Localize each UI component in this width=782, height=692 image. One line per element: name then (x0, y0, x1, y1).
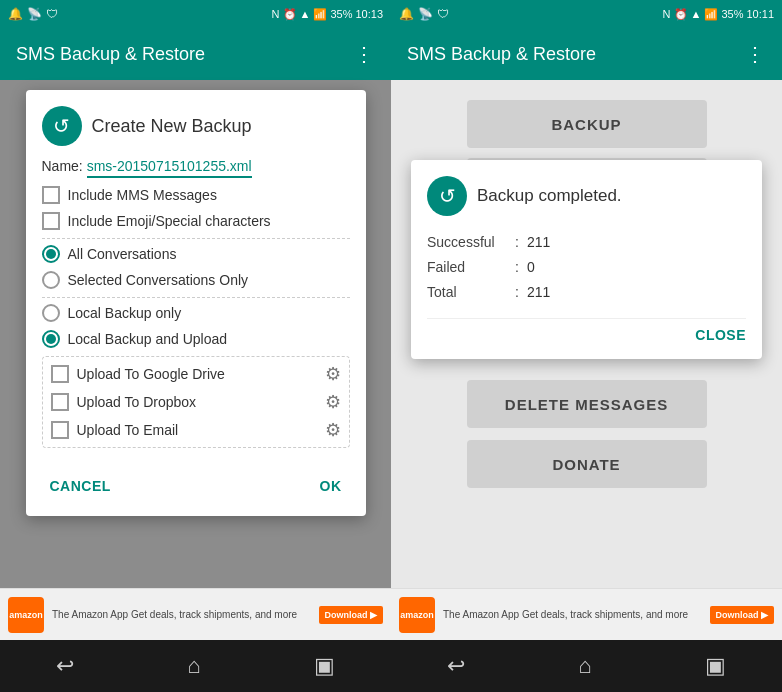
upload-section: Upload To Google Drive ⚙ Upload To Dropb… (42, 356, 350, 448)
right-ad-download-button[interactable]: Download ▶ (710, 606, 775, 624)
failed-stat-row: Failed : 0 (427, 255, 746, 280)
upload-gdrive-checkbox[interactable] (51, 365, 69, 383)
gdrive-settings-icon[interactable]: ⚙ (325, 363, 341, 385)
left-ad-text: The Amazon App Get deals, track shipment… (52, 609, 311, 620)
right-status-right: N ⏰ ▲ 📶 35% 10:11 (663, 8, 774, 21)
right-nfc-icon: N (663, 8, 671, 20)
left-nav-bar: ↩ ⌂ ▣ (0, 640, 391, 692)
backup-dialog-icon: ↺ (42, 106, 82, 146)
delete-btn-area: DELETE MESSAGES (467, 380, 707, 428)
battery-text: 35% (330, 8, 352, 20)
upload-email-left: Upload To Email (51, 421, 179, 439)
donate-button[interactable]: DONATE (467, 440, 707, 488)
upload-dropbox-checkbox[interactable] (51, 393, 69, 411)
right-phone-panel: 🔔 📡 🛡 N ⏰ ▲ 📶 35% 10:11 SMS Backup & Res… (391, 0, 782, 692)
recent-button[interactable]: ▣ (314, 653, 335, 679)
email-settings-icon[interactable]: ⚙ (325, 419, 341, 441)
left-ad-download-button[interactable]: Download ▶ (319, 606, 384, 624)
dialog-header: ↺ Create New Backup (42, 106, 350, 146)
total-colon: : (515, 280, 519, 305)
right-nav-bar: ↩ ⌂ ▣ (391, 640, 782, 692)
upload-dropbox-row[interactable]: Upload To Dropbox ⚙ (51, 391, 341, 413)
local-only-radio[interactable] (42, 304, 60, 322)
cancel-button[interactable]: CANCEL (42, 472, 119, 500)
wifi-icon: ▲ (300, 8, 311, 20)
local-upload-option[interactable]: Local Backup and Upload (42, 330, 350, 348)
donate-btn-area: DONATE (467, 440, 707, 488)
right-app-bar: SMS Backup & Restore ⋮ (391, 28, 782, 80)
right-home-button[interactable]: ⌂ (578, 653, 591, 679)
backup-name-row: Name: sms-20150715101255.xml (42, 158, 350, 174)
backup-button[interactable]: BACKUP (467, 100, 707, 148)
dropbox-settings-icon[interactable]: ⚙ (325, 391, 341, 413)
right-shield-icon: 🛡 (437, 7, 449, 21)
right-amazon-logo: amazon (400, 610, 434, 620)
include-mms-label: Include MMS Messages (68, 187, 217, 203)
dialog-actions: CANCEL OK (42, 464, 350, 500)
home-button[interactable]: ⌂ (187, 653, 200, 679)
backup-dialog-actions: CLOSE (427, 318, 746, 343)
failed-label: Failed (427, 255, 507, 280)
ok-button[interactable]: OK (312, 472, 350, 500)
backup-completed-title: Backup completed. (477, 186, 622, 206)
right-ad-text: The Amazon App Get deals, track shipment… (443, 609, 702, 620)
right-menu-button[interactable]: ⋮ (745, 42, 766, 66)
nfc-icon: N (272, 8, 280, 20)
local-upload-radio[interactable] (42, 330, 60, 348)
backup-completed-header: ↺ Backup completed. (427, 176, 746, 216)
right-ad-banner: amazon The Amazon App Get deals, track s… (391, 588, 782, 640)
backup-completed-icon-symbol: ↺ (439, 184, 456, 208)
all-conversations-radio[interactable] (42, 245, 60, 263)
backup-completed-icon: ↺ (427, 176, 467, 216)
successful-stat-row: Successful : 211 (427, 230, 746, 255)
all-conversations-option[interactable]: All Conversations (42, 245, 350, 263)
dialog-overlay: ↺ Create New Backup Name: sms-2015071510… (0, 80, 391, 588)
local-only-option[interactable]: Local Backup only (42, 304, 350, 322)
selected-conversations-option[interactable]: Selected Conversations Only (42, 271, 350, 289)
radio-inner-upload-filled (46, 334, 56, 344)
right-status-bar: 🔔 📡 🛡 N ⏰ ▲ 📶 35% 10:11 (391, 0, 782, 28)
left-main-content: ↺ Create New Backup Name: sms-2015071510… (0, 80, 391, 588)
local-only-label: Local Backup only (68, 305, 182, 321)
right-recent-button[interactable]: ▣ (705, 653, 726, 679)
include-emoji-option[interactable]: Include Emoji/Special characters (42, 212, 350, 230)
selected-conversations-label: Selected Conversations Only (68, 272, 249, 288)
upload-google-drive-row[interactable]: Upload To Google Drive ⚙ (51, 363, 341, 385)
include-mms-checkbox[interactable] (42, 186, 60, 204)
upload-email-row[interactable]: Upload To Email ⚙ (51, 419, 341, 441)
selected-conversations-radio[interactable] (42, 271, 60, 289)
close-button[interactable]: CLOSE (695, 327, 746, 343)
right-time-display: 10:11 (746, 8, 774, 20)
upload-gdrive-label: Upload To Google Drive (77, 366, 225, 382)
upload-dropbox-left: Upload To Dropbox (51, 393, 197, 411)
upload-google-drive-left: Upload To Google Drive (51, 365, 225, 383)
include-emoji-checkbox[interactable] (42, 212, 60, 230)
right-wifi-icon: ▲ (691, 8, 702, 20)
include-mms-option[interactable]: Include MMS Messages (42, 186, 350, 204)
create-backup-dialog: ↺ Create New Backup Name: sms-2015071510… (26, 90, 366, 516)
right-back-button[interactable]: ↩ (447, 653, 465, 679)
left-ad-logo: amazon (8, 597, 44, 633)
upload-email-label: Upload To Email (77, 422, 179, 438)
backup-icon-symbol: ↺ (53, 114, 70, 138)
back-button[interactable]: ↩ (56, 653, 74, 679)
local-upload-label: Local Backup and Upload (68, 331, 228, 347)
backup-stats: Successful : 211 Failed : 0 Total : 211 (427, 230, 746, 306)
amazon-logo-text: amazon (9, 610, 43, 620)
right-signal-icon: 📶 (704, 8, 718, 21)
delete-messages-button[interactable]: DELETE MESSAGES (467, 380, 707, 428)
right-ad-logo: amazon (399, 597, 435, 633)
right-app-title: SMS Backup & Restore (407, 44, 745, 65)
upload-email-checkbox[interactable] (51, 421, 69, 439)
dialog-title: Create New Backup (92, 116, 252, 137)
upload-dropbox-label: Upload To Dropbox (77, 394, 197, 410)
right-status-left: 🔔 📡 🛡 (399, 7, 449, 21)
left-menu-button[interactable]: ⋮ (354, 42, 375, 66)
right-main-content: BACKUP RESTORE ↺ Backup completed. Succe… (391, 80, 782, 588)
right-alarm-icon: ⏰ (674, 8, 688, 21)
left-app-title: SMS Backup & Restore (16, 44, 354, 65)
signal-icon: 📶 (313, 8, 327, 21)
right-cast-icon: 📡 (418, 7, 433, 21)
name-label: Name: (42, 158, 83, 174)
backup-filename[interactable]: sms-20150715101255.xml (87, 158, 252, 178)
